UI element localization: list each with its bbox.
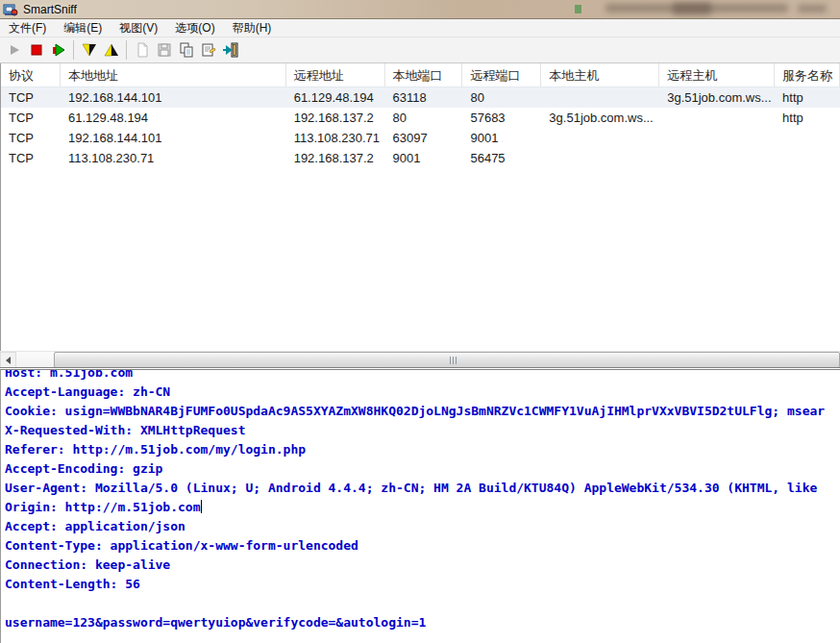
- table-cell: [541, 87, 659, 108]
- table-cell: http: [775, 87, 840, 108]
- filter-down-icon: [81, 42, 98, 58]
- stop-capture-icon: [29, 42, 44, 58]
- table-cell: 192.168.137.2: [286, 108, 385, 128]
- menu-item-3[interactable]: 选项(O): [166, 19, 223, 37]
- stop-capture-button[interactable]: [25, 39, 47, 62]
- table-cell: [659, 108, 775, 128]
- toolbar: [0, 37, 840, 63]
- http-header-line: Cookie: usign=WWBbNAR4BjFUMFo0USpdaAc9AS…: [5, 402, 840, 421]
- background-glass-artifact: [575, 5, 581, 13]
- start-capture-disabled-icon: [7, 42, 22, 58]
- http-header-line: User-Agent: Mozilla/5.0 (Linux; U; Andro…: [5, 479, 840, 498]
- text-caret: [201, 500, 202, 513]
- table-cell: 113.108.230.71: [286, 128, 385, 148]
- column-header[interactable]: 协议: [1, 63, 61, 87]
- run-capture-button[interactable]: [47, 39, 69, 62]
- http-header-line: Origin: http://m.51job.com: [5, 498, 840, 517]
- table-cell: 61.129.48.194: [61, 108, 286, 128]
- table-cell: 192.168.137.2: [286, 148, 385, 168]
- save-icon: [157, 42, 172, 58]
- listview-body: TCP192.168.144.10161.129.48.19463118803g…: [1, 87, 840, 168]
- horizontal-scrollbar[interactable]: [0, 351, 840, 367]
- http-header-line: X-Requested-With: XMLHttpRequest: [5, 421, 840, 440]
- toolbar-separator: [73, 40, 74, 60]
- http-header-line: Accept-Language: zh-CN: [5, 383, 840, 402]
- table-cell: http: [775, 108, 840, 128]
- column-header[interactable]: 远程主机: [659, 63, 775, 87]
- copy-icon: [179, 42, 194, 58]
- filter-up-icon: [103, 42, 120, 58]
- table-cell: 80: [462, 87, 541, 108]
- scrollbar-thumb[interactable]: [54, 352, 840, 368]
- exit-button[interactable]: [219, 39, 241, 62]
- http-header-line: username=123&password=qwertyuiop&verifyc…: [5, 613, 840, 632]
- menu-bar: 文件(F)编辑(E)视图(V)选项(O)帮助(H): [0, 19, 840, 37]
- table-cell: 63118: [385, 87, 463, 108]
- table-row[interactable]: TCP61.129.48.194192.168.137.280576833g.5…: [1, 108, 840, 128]
- toolbar-separator: [126, 40, 127, 60]
- filter-down-button[interactable]: [78, 39, 100, 62]
- scrollbar-track[interactable]: [16, 352, 55, 368]
- table-cell: 3g.51job.com.ws...: [659, 87, 775, 108]
- table-cell: 61.129.48.194: [286, 87, 385, 108]
- title-bar[interactable]: SmartSniff: [0, 0, 840, 19]
- table-cell: [541, 128, 659, 148]
- background-glass-artifact: [798, 5, 827, 12]
- table-cell: [659, 128, 775, 148]
- column-header[interactable]: 本地主机: [541, 63, 659, 87]
- exit-icon: [222, 42, 239, 58]
- menu-item-2[interactable]: 视图(V): [111, 19, 166, 37]
- table-cell: TCP: [1, 108, 61, 128]
- http-header-line: Content-Length: 56: [5, 575, 840, 594]
- properties-button[interactable]: [197, 39, 219, 62]
- table-cell: TCP: [1, 128, 61, 148]
- table-cell: 9001: [462, 128, 541, 148]
- column-header[interactable]: 远程端口: [462, 63, 541, 87]
- table-cell: 63097: [385, 128, 463, 148]
- save-button[interactable]: [153, 39, 175, 62]
- scrollbar-grip-icon: [450, 357, 457, 364]
- table-cell: 113.108.230.71: [61, 148, 286, 168]
- table-row[interactable]: TCP113.108.230.71192.168.137.2900156475: [1, 148, 840, 168]
- menu-item-1[interactable]: 编辑(E): [55, 19, 111, 37]
- scroll-left-button[interactable]: [0, 352, 16, 368]
- table-row[interactable]: TCP192.168.144.101113.108.230.7163097900…: [1, 128, 840, 148]
- new-file-button[interactable]: [131, 39, 153, 62]
- http-header-line: Host: m.51job.com: [5, 370, 840, 383]
- table-cell: 192.168.144.101: [61, 128, 286, 148]
- table-cell: [541, 148, 659, 168]
- table-cell: 3g.51job.com.ws...: [541, 108, 659, 128]
- scroll-left-arrow-icon: [6, 357, 11, 364]
- table-cell: TCP: [1, 87, 61, 108]
- column-header[interactable]: 本地地址: [61, 63, 286, 87]
- connections-list: 协议本地地址远程地址本地端口远程端口本地主机远程主机服务名称 TCP192.16…: [0, 63, 840, 351]
- http-header-line: Content-Type: application/x-www-form-url…: [5, 536, 840, 556]
- app-icon: [3, 2, 18, 17]
- listview-header: 协议本地地址远程地址本地端口远程端口本地主机远程主机服务名称: [1, 63, 840, 87]
- background-glass-artifact: [673, 2, 711, 15]
- start-capture-button[interactable]: [3, 39, 25, 62]
- http-header-line: Accept-Encoding: gzip: [5, 459, 840, 479]
- column-header[interactable]: 服务名称: [775, 63, 840, 87]
- run-capture-icon: [51, 42, 66, 58]
- filter-up-button[interactable]: [100, 39, 122, 62]
- menu-item-0[interactable]: 文件(F): [0, 19, 55, 37]
- table-cell: 56475: [462, 148, 541, 168]
- table-row[interactable]: TCP192.168.144.10161.129.48.19463118803g…: [1, 87, 840, 108]
- table-cell: TCP: [1, 148, 61, 168]
- column-header[interactable]: 远程地址: [286, 63, 385, 87]
- column-header[interactable]: 本地端口: [385, 63, 463, 87]
- http-detail-pane[interactable]: Host: m.51job.comAccept-Language: zh-CNC…: [0, 370, 840, 643]
- smartsniff-window: SmartSniff 文件(F)编辑(E)视图(V)选项(O)帮助(H): [0, 0, 840, 643]
- menu-item-4[interactable]: 帮助(H): [224, 19, 281, 37]
- table-cell: 192.168.144.101: [61, 87, 286, 108]
- new-file-icon: [135, 42, 150, 58]
- copy-button[interactable]: [175, 39, 197, 62]
- http-header-line: Connection: keep-alive: [5, 556, 840, 575]
- http-header-line: Accept: application/json: [5, 517, 840, 536]
- table-cell: [659, 148, 775, 168]
- table-cell: [775, 148, 840, 168]
- window-title: SmartSniff: [23, 3, 77, 16]
- properties-icon: [201, 42, 216, 58]
- table-cell: 9001: [385, 148, 463, 168]
